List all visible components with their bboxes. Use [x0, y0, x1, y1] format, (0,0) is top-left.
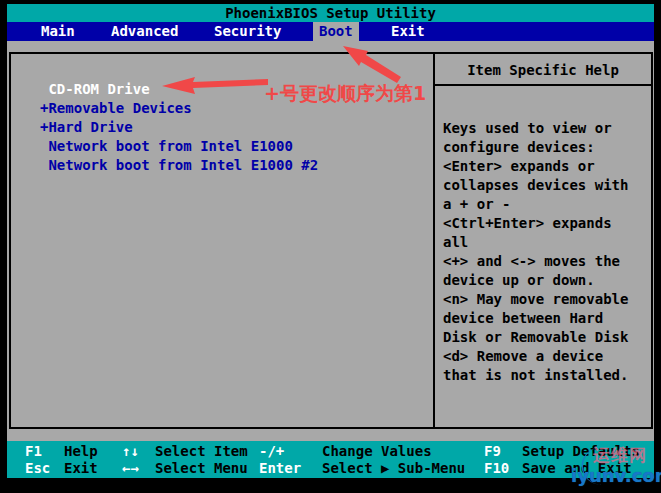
- key-esc: Esc: [25, 460, 64, 477]
- key-f1: F1: [25, 443, 64, 460]
- panel-divider: [433, 52, 435, 429]
- key-updown-label: Select Item: [155, 443, 259, 460]
- tab-security[interactable]: Security: [208, 22, 287, 41]
- boot-item-network-e1000-2[interactable]: Network boot from Intel E1000 #2: [40, 156, 318, 175]
- help-panel-body: Keys used to view or configure devices: …: [443, 119, 648, 385]
- key-f10: F10: [484, 460, 522, 477]
- key-legend: F1 Help ↑↓ Select Item -/+ Change Values…: [7, 441, 654, 478]
- key-f10-label: Save and Exit: [522, 460, 654, 477]
- key-leftright-label: Select Menu: [155, 460, 259, 477]
- key-minusplus-label: Change Values: [322, 443, 484, 460]
- bios-screen: PhoenixBIOS Setup Utility Main Advanced …: [0, 0, 661, 493]
- boot-item-hard-drive[interactable]: +Hard Drive: [40, 118, 318, 137]
- key-f9-label: Setup Defaults: [522, 443, 654, 460]
- key-esc-label: Exit: [64, 460, 122, 477]
- help-header-divider: [435, 84, 651, 86]
- key-leftright: ←→: [122, 460, 155, 477]
- key-enter: Enter: [259, 460, 322, 477]
- key-legend-row-2: Esc Exit ←→ Select Menu Enter Select ▶ S…: [7, 460, 654, 477]
- annotation-note: +号更改顺序为第1: [264, 83, 426, 104]
- help-panel-title: Item Specific Help: [435, 61, 651, 79]
- boot-item-network-e1000[interactable]: Network boot from Intel E1000: [40, 137, 318, 156]
- tab-advanced[interactable]: Advanced: [105, 22, 184, 41]
- tab-boot[interactable]: Boot: [313, 22, 359, 41]
- window-title: PhoenixBIOS Setup Utility: [7, 4, 654, 22]
- key-minusplus: -/+: [259, 443, 322, 460]
- key-updown: ↑↓: [122, 443, 155, 460]
- key-enter-label: Select ▶ Sub-Menu: [322, 460, 484, 477]
- key-legend-row-1: F1 Help ↑↓ Select Item -/+ Change Values…: [7, 443, 654, 460]
- tab-exit[interactable]: Exit: [385, 22, 431, 41]
- key-f1-label: Help: [64, 443, 122, 460]
- tab-main[interactable]: Main: [35, 22, 81, 41]
- menu-bar: Main Advanced Security Boot Exit: [7, 22, 654, 41]
- key-f9: F9: [484, 443, 522, 460]
